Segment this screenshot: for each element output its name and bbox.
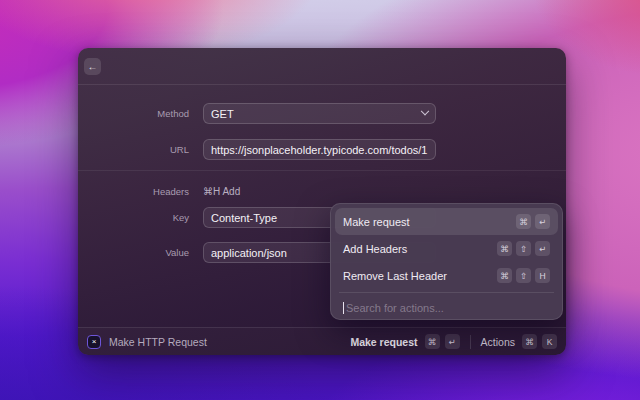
text-caret — [343, 302, 344, 314]
url-value: https://jsonplaceholder.typicode.com/tod… — [211, 144, 427, 156]
popup-item-remove-last-header[interactable]: Remove Last Header ⌘ ⇧ H — [335, 262, 558, 289]
extension-icon: × — [87, 335, 101, 349]
back-button[interactable]: ← — [84, 58, 101, 75]
actions-search-input[interactable]: Search for actions... — [335, 296, 558, 320]
search-placeholder: Search for actions... — [346, 302, 444, 314]
url-input[interactable]: https://jsonplaceholder.typicode.com/tod… — [203, 139, 436, 160]
status-bar: × Make HTTP Request Make request ⌘ ↵ Act… — [78, 327, 566, 355]
enter-key-icon: ↵ — [535, 214, 550, 229]
actions-popup: Make request ⌘ ↵ Add Headers ⌘ ⇧ ↵ Remov… — [330, 203, 563, 320]
shift-key-icon: ⇧ — [516, 241, 531, 256]
popup-item-label: Remove Last Header — [343, 270, 447, 282]
back-arrow-icon: ← — [88, 61, 98, 72]
key-value: Content-Type — [211, 212, 277, 224]
headers-label: Headers — [78, 186, 189, 197]
chevron-down-icon — [421, 106, 429, 114]
extension-icon-glyph: × — [92, 337, 97, 346]
value-label: Value — [78, 247, 189, 258]
url-row: URL https://jsonplaceholder.typicode.com… — [78, 139, 436, 160]
h-key-icon: H — [535, 268, 550, 283]
shift-key-icon: ⇧ — [516, 268, 531, 283]
cmd-key-icon: ⌘ — [522, 334, 537, 349]
method-value: GET — [211, 108, 234, 120]
method-row: Method GET — [78, 103, 436, 124]
popup-item-make-request[interactable]: Make request ⌘ ↵ — [335, 208, 558, 235]
statusbar-divider — [470, 335, 471, 349]
actions-menu-button[interactable]: Actions — [481, 336, 515, 348]
method-dropdown[interactable]: GET — [203, 103, 436, 124]
popup-item-add-headers[interactable]: Add Headers ⌘ ⇧ ↵ — [335, 235, 558, 262]
key-label: Key — [78, 212, 189, 223]
raycast-window: ← Method GET URL https://jsonplaceholder… — [78, 48, 566, 355]
extension-name: Make HTTP Request — [109, 336, 207, 348]
popup-divider — [339, 292, 554, 293]
url-label: URL — [78, 144, 189, 155]
cmd-key-icon: ⌘ — [497, 268, 512, 283]
popup-item-label: Make request — [343, 216, 410, 228]
value-value: application/json — [211, 247, 287, 259]
headers-row: Headers ⌘H Add — [78, 182, 240, 200]
primary-action-button[interactable]: Make request — [350, 336, 417, 348]
cmd-key-icon: ⌘ — [497, 241, 512, 256]
enter-key-icon: ↵ — [535, 241, 550, 256]
cmd-key-icon: ⌘ — [516, 214, 531, 229]
k-key-icon: K — [542, 334, 557, 349]
enter-key-icon: ↵ — [445, 334, 460, 349]
form-section-divider — [78, 170, 566, 171]
window-header: ← — [78, 48, 566, 85]
cmd-key-icon: ⌘ — [425, 334, 440, 349]
popup-item-label: Add Headers — [343, 243, 407, 255]
add-header-shortcut-hint[interactable]: ⌘H Add — [203, 186, 240, 197]
method-label: Method — [78, 108, 189, 119]
